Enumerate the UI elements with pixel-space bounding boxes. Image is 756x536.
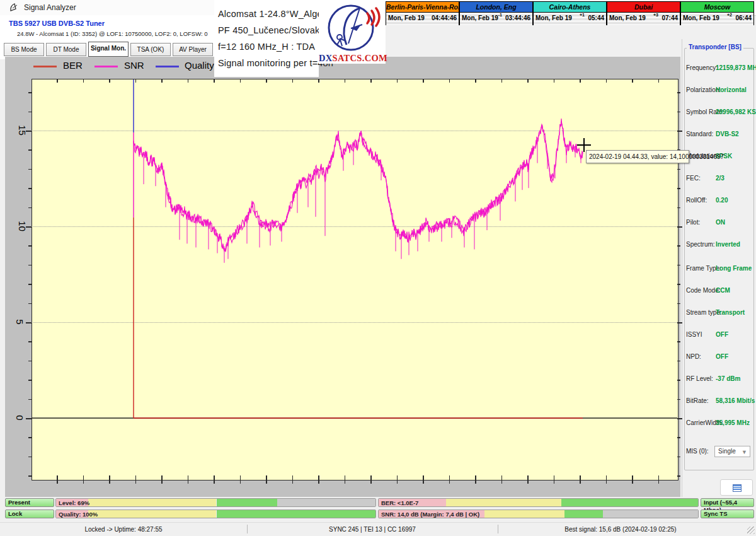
gauge-label-snr: SNR: 14,0 dB (Margin: 7,4 dB | OK)	[381, 511, 479, 518]
annotation-line: f=12 160 MHz_H : TDA	[218, 42, 315, 52]
clock-time: 03:44:46	[505, 15, 530, 21]
lock-status: Locked -> Uptime: 48:27:55	[0, 526, 247, 533]
y-tick-right	[677, 245, 680, 247]
gauge-segment	[484, 510, 564, 518]
chevron-down-icon: ▼	[742, 447, 747, 457]
stream-list-button[interactable]	[720, 479, 753, 496]
tab-bs-mode[interactable]: BS Mode	[4, 43, 44, 56]
y-tick-right	[677, 112, 680, 113]
clock-utc-offset: +1	[580, 13, 585, 17]
y-tick-right	[677, 131, 682, 132]
transponder-row-label: Pilot:	[686, 219, 700, 226]
server-icon	[733, 484, 742, 492]
signal-traces	[32, 79, 677, 479]
clock-body: Mon, Feb 1906:44+2	[681, 13, 753, 25]
clock-time: 06:44	[735, 15, 752, 21]
tab-signal-mon-[interactable]: Signal Mon.	[88, 42, 129, 57]
tab-tsa-ok-[interactable]: TSA (OK)	[130, 43, 171, 56]
clock-panel: DubaiMon, Feb 1907:44+3	[607, 1, 680, 25]
gauge-label-quality: Quality: 100%	[59, 511, 98, 518]
transponder-row-value: 0.20	[716, 197, 728, 204]
status-bar: Locked -> Uptime: 48:27:55 SYNC 245 | TE…	[0, 522, 756, 536]
annotation-text-block: Alcomsat 1-24.8°W_AlgeriaPF 450_Lučenec/…	[214, 0, 319, 77]
gauge-segment	[88, 499, 217, 506]
clock-panel: Berlin-Paris-Vienna-RomaMon, Feb 1904:44…	[386, 1, 459, 25]
clock-body: Mon, Feb 1903:44:46-1	[460, 13, 532, 25]
transponder-row-value: Horizontal	[716, 86, 747, 93]
clock-city: Berlin-Paris-Vienna-Roma	[386, 2, 459, 13]
gauge-segment	[561, 499, 699, 506]
transponder-row-value: 29996,982 KS/s	[716, 108, 756, 115]
clock-time: 07:44	[662, 15, 678, 21]
transponder-row-label: NPD:	[686, 353, 701, 360]
clock-date: Mon, Feb 19	[462, 15, 498, 21]
clock-panel: London, EngMon, Feb 1903:44:46-1	[459, 1, 533, 25]
gauge-label-ber: BER: <1.0E-7	[381, 499, 418, 506]
y-tick-right	[677, 399, 680, 400]
y-tick-right	[677, 341, 680, 342]
gauge-bar-snr: SNR: 14,0 dB (Margin: 7,4 dB | OK)	[378, 510, 699, 518]
annotation-line: Signal monitoring per t=48h	[218, 58, 333, 68]
transponder-row-value: 12159,873 MHz	[716, 64, 756, 71]
transponder-row-value: DVB-S2	[716, 131, 739, 137]
y-axis-label: 0	[14, 415, 25, 420]
value-tooltip: 2024-02-19 04.44.33, value: 14,100000381…	[586, 150, 689, 163]
crosshair-cursor	[577, 144, 591, 146]
window-title: Signal Analyzer	[24, 3, 76, 12]
y-tick-right	[677, 475, 680, 477]
clock-date: Mon, Feb 19	[609, 15, 646, 21]
legend-dash-snr	[94, 66, 118, 67]
gauge-segment	[88, 510, 217, 518]
transponder-row-value: Transport	[716, 309, 745, 316]
clock-date: Mon, Feb 19	[388, 15, 425, 21]
clock-panel: MoscowMon, Feb 1906:44+2	[680, 1, 754, 25]
y-tick	[26, 322, 32, 323]
transponder-row-value: CCM	[716, 287, 730, 294]
transponder-row-label: FEC:	[686, 175, 701, 182]
clock-body: Mon, Feb 1905:44+1	[534, 13, 606, 25]
clock-city: London, Eng	[460, 2, 532, 13]
gauge-bar-quality: Quality: 100%	[55, 510, 376, 518]
y-tick-right	[677, 265, 680, 266]
resize-grip[interactable]	[747, 527, 755, 534]
y-tick-right	[677, 92, 680, 93]
gauge-segment	[603, 510, 699, 518]
mis-dropdown[interactable]: Single▼	[714, 446, 750, 457]
dxsatcs-logo: DXSATCS.COM	[319, 0, 386, 64]
gauge-segment	[446, 499, 561, 506]
clock-utc-offset: -1	[498, 13, 502, 17]
y-tick-right	[677, 207, 680, 209]
transponder-row-value: OFF	[716, 353, 728, 360]
y-tick-right	[677, 457, 680, 458]
dxsatcs-logo-text: DXSATCS.COM	[319, 53, 386, 64]
tab-av-player[interactable]: AV Player	[173, 43, 213, 56]
gauge-bar-ber: BER: <1.0E-7	[378, 498, 699, 507]
device-title: TBS 5927 USB DVB-S2 Tuner	[9, 20, 105, 27]
signal-analyzer-window: Signal Analyzer TBS 5927 USB DVB-S2 Tune…	[0, 0, 756, 536]
gauge-segment	[564, 510, 603, 518]
clock-utc-offset: +2	[727, 13, 732, 17]
transponder-row-value: 35,995 MHz	[716, 419, 750, 426]
legend-label-quality: Quality	[185, 60, 214, 71]
gauge-bar-level: Level: 69%	[55, 498, 376, 507]
device-tuning-info: 24.8W - Alcomsat 1 (ID: 3352) @ LOF1: 10…	[17, 30, 208, 37]
transponder-row-label: Standard:	[686, 131, 713, 137]
clock-city: Moscow	[681, 2, 753, 13]
y-tick-right	[677, 361, 680, 362]
clock-date: Mon, Feb 19	[536, 15, 572, 21]
mis-label: MIS (0):	[686, 448, 709, 455]
annotation-line: Alcomsat 1-24.8°W_Algeria	[218, 9, 333, 19]
annotation-line: PF 450_Lučenec/Slovakia	[218, 25, 327, 35]
clock-date: Mon, Feb 19	[683, 15, 719, 21]
lock-indicator: Lock	[5, 510, 54, 518]
clock-panel: Cairo-AthensMon, Feb 1905:44+1	[533, 1, 607, 25]
transponder-row-label: Frequency:	[686, 64, 718, 71]
y-tick-right	[677, 284, 680, 285]
legend-label-ber: BER	[63, 60, 83, 71]
y-tick-right	[677, 437, 680, 438]
present-indicator: Present	[5, 498, 54, 507]
clock-utc-offset: +3	[653, 13, 658, 17]
y-tick-right	[677, 188, 680, 189]
transponder-row-value: 2/3	[716, 175, 724, 182]
tab-dt-mode[interactable]: DT Mode	[46, 43, 86, 56]
